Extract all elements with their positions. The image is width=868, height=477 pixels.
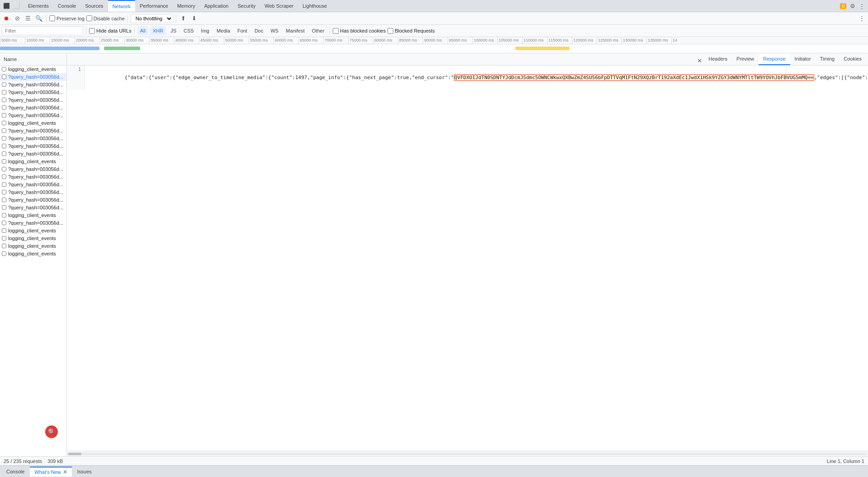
filter-btn-media[interactable]: Media xyxy=(214,26,233,35)
request-item-checkbox[interactable] xyxy=(2,251,6,256)
request-item[interactable]: ?query_hash=003056d... xyxy=(0,150,66,158)
request-item[interactable]: ?query_hash=003056d... xyxy=(0,73,66,81)
tab-application[interactable]: Application xyxy=(200,0,233,12)
blocked-cookies-label[interactable]: Has blocked cookies xyxy=(333,28,386,34)
more-options-button[interactable]: ⋮ xyxy=(857,14,866,23)
request-item[interactable]: ?query_hash=003056d... xyxy=(0,89,66,96)
request-item[interactable]: logging_client_events xyxy=(0,250,66,258)
tab-console[interactable]: Console xyxy=(53,0,80,12)
request-item-checkbox[interactable] xyxy=(2,90,6,94)
hide-data-urls-checkbox[interactable] xyxy=(89,28,95,34)
request-item[interactable]: ?query_hash=003056d... xyxy=(0,181,66,189)
request-item[interactable]: ?query_hash=003056d... xyxy=(0,135,66,142)
request-item[interactable]: ?query_hash=003056d... xyxy=(0,112,66,119)
search-button[interactable]: 🔍 xyxy=(34,14,43,23)
timeline-bar[interactable]: 5000 ms10000 ms15000 ms20000 ms25000 ms3… xyxy=(0,37,868,53)
request-item[interactable]: ?query_hash=003056d... xyxy=(0,219,66,227)
request-item[interactable]: ?query_hash=003056d... xyxy=(0,127,66,135)
filter-btn-manifest[interactable]: Manifest xyxy=(283,26,307,35)
request-item-checkbox[interactable] xyxy=(2,151,6,156)
blocked-requests-label[interactable]: Blocked Requests xyxy=(387,28,435,34)
whats-new-close[interactable]: ✕ xyxy=(63,469,67,475)
hide-data-urls-label[interactable]: Hide data URLs xyxy=(89,28,132,34)
request-item-checkbox[interactable] xyxy=(2,213,6,217)
settings-icon[interactable]: ⚙ xyxy=(848,1,857,10)
filter-input[interactable] xyxy=(2,26,83,35)
request-item-checkbox[interactable] xyxy=(2,228,6,233)
request-item-checkbox[interactable] xyxy=(2,75,6,79)
disable-cache-label[interactable]: Disable cache xyxy=(86,15,125,21)
dock-icon-1[interactable]: ⬛ xyxy=(2,1,11,10)
request-item-checkbox[interactable] xyxy=(2,175,6,179)
request-item-checkbox[interactable] xyxy=(2,198,6,202)
request-item-checkbox[interactable] xyxy=(2,98,6,102)
request-item-checkbox[interactable] xyxy=(2,205,6,210)
request-item-checkbox[interactable] xyxy=(2,159,6,164)
detail-tab-preview[interactable]: Preview xyxy=(732,53,759,65)
filter-btn-doc[interactable]: Doc xyxy=(252,26,266,35)
console-tab-issues[interactable]: Issues xyxy=(73,468,96,476)
tab-memory[interactable]: Memory xyxy=(173,0,200,12)
request-item-checkbox[interactable] xyxy=(2,236,6,241)
filter-btn-xhr[interactable]: XHR xyxy=(150,26,166,35)
preserve-log-checkbox[interactable] xyxy=(49,15,55,21)
record-button[interactable]: ⏺ xyxy=(2,14,11,23)
search-overlay-button[interactable]: 🔍 xyxy=(45,425,58,438)
response-content[interactable]: 1 {"data":{"user":{"edge_owner_to_timeli… xyxy=(67,66,868,451)
request-item-checkbox[interactable] xyxy=(2,221,6,225)
tab-performance[interactable]: Performance xyxy=(135,0,173,12)
detail-tab-initiator[interactable]: Initiator xyxy=(790,53,816,65)
request-item[interactable]: logging_client_events xyxy=(0,235,66,242)
request-item[interactable]: ?query_hash=003056d... xyxy=(0,142,66,150)
request-item-checkbox[interactable] xyxy=(2,121,6,125)
blocked-cookies-checkbox[interactable] xyxy=(333,28,339,34)
request-item-checkbox[interactable] xyxy=(2,67,6,71)
tab-security[interactable]: Security xyxy=(233,0,260,12)
request-item-checkbox[interactable] xyxy=(2,105,6,110)
request-item[interactable]: logging_client_events xyxy=(0,66,66,73)
detail-tab-headers[interactable]: Headers xyxy=(704,53,732,65)
request-item[interactable]: ?query_hash=003056d... xyxy=(0,173,66,181)
filter-btn-other[interactable]: Other xyxy=(309,26,327,35)
more-icon[interactable]: ⋮ xyxy=(857,1,866,10)
tab-elements[interactable]: Elements xyxy=(24,0,53,12)
disable-cache-checkbox[interactable] xyxy=(86,15,92,21)
filter-btn-css[interactable]: CSS xyxy=(181,26,197,35)
tab-lighthouse[interactable]: Lighthouse xyxy=(298,0,331,12)
filter-toggle-button[interactable]: ☰ xyxy=(24,14,33,23)
request-item-checkbox[interactable] xyxy=(2,144,6,148)
request-item[interactable]: ?query_hash=003056d... xyxy=(0,81,66,89)
request-item[interactable]: logging_client_events xyxy=(0,212,66,219)
export-button[interactable]: ⬇ xyxy=(190,14,199,23)
request-item[interactable]: logging_client_events xyxy=(0,158,66,165)
horizontal-scrollbar[interactable] xyxy=(67,451,868,456)
console-tab-whats-new[interactable]: What's New ✕ xyxy=(30,467,71,477)
scrollbar-thumb[interactable] xyxy=(68,453,81,455)
request-item[interactable]: ?query_hash=003056d... xyxy=(0,189,66,196)
detail-tab-response[interactable]: Response xyxy=(759,53,790,65)
tab-network[interactable]: Network xyxy=(108,0,135,12)
dock-icon-2[interactable]: ⬜ xyxy=(12,1,21,10)
request-item-checkbox[interactable] xyxy=(2,190,6,194)
import-button[interactable]: ⬆ xyxy=(179,14,188,23)
filter-btn-img[interactable]: Img xyxy=(198,26,212,35)
request-item[interactable]: logging_client_events xyxy=(0,242,66,250)
filter-btn-all[interactable]: All xyxy=(137,26,148,35)
request-item-checkbox[interactable] xyxy=(2,244,6,248)
detail-close-button[interactable]: ✕ xyxy=(695,56,704,65)
request-item-checkbox[interactable] xyxy=(2,82,6,87)
filter-btn-js[interactable]: JS xyxy=(168,26,179,35)
detail-tab-timing[interactable]: Timing xyxy=(816,53,840,65)
request-item[interactable]: ?query_hash=003056d... xyxy=(0,104,66,112)
detail-tab-cookies[interactable]: Cookies xyxy=(839,53,866,65)
request-item[interactable]: ?query_hash=003056d... xyxy=(0,165,66,173)
request-item[interactable]: logging_client_events xyxy=(0,227,66,235)
filter-btn-font[interactable]: Font xyxy=(235,26,250,35)
clear-button[interactable]: ⊘ xyxy=(13,14,22,23)
request-item-checkbox[interactable] xyxy=(2,167,6,171)
preserve-log-label[interactable]: Preserve log xyxy=(49,15,85,21)
request-item[interactable]: ?query_hash=003056d... xyxy=(0,204,66,212)
console-tab-console[interactable]: Console xyxy=(2,468,29,476)
filter-btn-ws[interactable]: WS xyxy=(268,26,281,35)
request-item[interactable]: logging_client_events xyxy=(0,119,66,127)
